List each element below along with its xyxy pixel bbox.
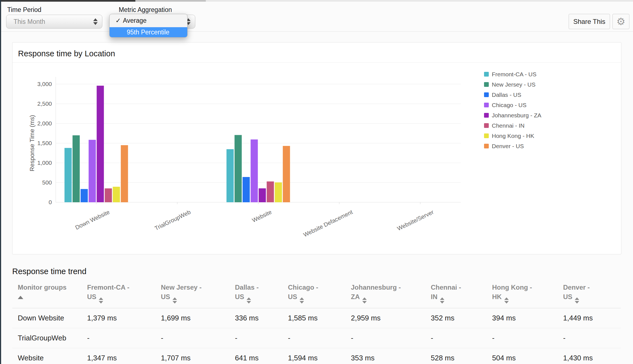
legend-label: Chicago - US bbox=[492, 102, 526, 108]
response-time-cell: 1,594 ms bbox=[288, 348, 351, 364]
legend-label: Fremont-CA - US bbox=[492, 71, 536, 78]
bar bbox=[283, 146, 290, 202]
x-category-label: TrialGroupWeb bbox=[154, 209, 192, 232]
chart-title: Response time by Location bbox=[18, 49, 115, 58]
checkmark-icon: ✓ bbox=[113, 17, 123, 24]
sort-toggle-icon bbox=[173, 297, 177, 304]
sort-toggle-icon bbox=[99, 297, 103, 304]
response-time-cell: 1,707 ms bbox=[161, 348, 235, 364]
response-time-cell: 353 ms bbox=[351, 348, 431, 364]
bar bbox=[97, 86, 104, 202]
metric-aggregation-dropdown-menu: ✓ Average 95th Percentile bbox=[109, 14, 188, 37]
legend-item[interactable]: Fremont-CA - US bbox=[484, 69, 601, 79]
window-left-edge bbox=[0, 0, 1, 364]
legend-item[interactable]: Hong Kong - HK bbox=[484, 131, 601, 141]
metric-aggregation-label: Metric Aggregation bbox=[119, 6, 172, 14]
legend-swatch-icon bbox=[484, 113, 489, 118]
response-time-by-location-card: Response time by Location 05001,0001,500… bbox=[12, 42, 621, 254]
column-header-denver-us[interactable]: Denver -US bbox=[563, 281, 621, 308]
legend-swatch-icon bbox=[484, 92, 489, 97]
bar bbox=[267, 181, 274, 202]
legend-label: Hong Kong - HK bbox=[492, 133, 534, 139]
legend-item[interactable]: Johannesburg - ZA bbox=[484, 110, 601, 120]
column-header-label: HK bbox=[492, 293, 502, 300]
y-tick-label: 0 bbox=[49, 199, 52, 205]
sort-toggle-icon bbox=[362, 297, 367, 304]
legend-swatch-icon bbox=[484, 133, 489, 138]
legend-label: New Jersey - US bbox=[492, 81, 536, 88]
legend-item[interactable]: Denver - US bbox=[484, 141, 601, 151]
response-time-cell: 1,585 ms bbox=[288, 308, 351, 328]
legend-item[interactable]: Chicago - US bbox=[484, 100, 601, 110]
dropdown-option-average[interactable]: ✓ Average bbox=[110, 14, 187, 27]
response-time-cell: - bbox=[235, 328, 288, 348]
bar bbox=[113, 187, 120, 202]
bar bbox=[89, 140, 96, 202]
legend-item[interactable]: Dallas - US bbox=[484, 90, 601, 100]
y-tick-label: 2,500 bbox=[37, 100, 52, 107]
bar bbox=[73, 135, 80, 202]
bar bbox=[81, 189, 88, 202]
dropdown-option-95th-percentile[interactable]: 95th Percentile bbox=[110, 27, 187, 37]
response-time-cell: 1,430 ms bbox=[563, 348, 621, 364]
card-title-divider bbox=[12, 62, 621, 63]
legend-item[interactable]: Chennai - IN bbox=[484, 120, 601, 131]
response-time-cell: - bbox=[288, 328, 351, 348]
response-time-cell: 1,347 ms bbox=[87, 348, 161, 364]
y-tick-label: 2,000 bbox=[37, 120, 52, 127]
monitor-group-name: Down Website bbox=[12, 308, 87, 328]
response-time-cell: 528 ms bbox=[431, 348, 492, 364]
column-header-label: Monitor groups bbox=[18, 283, 87, 292]
toolbar: Time Period This Month Metric Aggregatio… bbox=[1, 2, 633, 32]
column-header-hong-kong-hk[interactable]: Hong Kong -HK bbox=[492, 281, 563, 308]
column-header-label: Johannesburg - bbox=[351, 283, 431, 292]
column-header-chicago-us[interactable]: Chicago -US bbox=[288, 281, 351, 308]
table-row: TrialGroupWeb-------- bbox=[12, 328, 621, 348]
bar bbox=[227, 149, 234, 202]
response-time-trend-section: Response time trend Monitor groupsFremon… bbox=[12, 267, 621, 364]
response-time-cell: 504 ms bbox=[492, 348, 563, 364]
column-header-dallas-us[interactable]: Dallas -US bbox=[235, 281, 288, 308]
sort-toggle-icon bbox=[247, 297, 251, 304]
legend-item[interactable]: New Jersey - US bbox=[484, 79, 601, 90]
time-period-select[interactable]: This Month bbox=[6, 15, 102, 29]
sort-toggle-icon bbox=[440, 297, 444, 304]
response-time-trend-table: Monitor groupsFremont-CA -USNew Jersey -… bbox=[12, 281, 621, 364]
y-axis-title: Response Time (ms) bbox=[29, 115, 36, 171]
sort-toggle-icon bbox=[575, 297, 579, 304]
column-header-fremont-ca-us[interactable]: Fremont-CA -US bbox=[87, 281, 161, 308]
bar bbox=[65, 148, 72, 202]
settings-button[interactable]: ⚙ bbox=[612, 14, 629, 29]
column-header-new-jersey-us[interactable]: New Jersey -US bbox=[161, 281, 235, 308]
response-time-cell: - bbox=[351, 328, 431, 348]
select-stepper-icon bbox=[93, 18, 98, 25]
column-header-label: IN bbox=[431, 293, 437, 300]
column-header-monitor-groups[interactable]: Monitor groups bbox=[12, 281, 87, 308]
response-time-cell: - bbox=[492, 328, 563, 348]
legend-swatch-icon bbox=[484, 103, 489, 107]
chart-legend: Fremont-CA - USNew Jersey - USDallas - U… bbox=[484, 69, 601, 151]
monitor-group-name: Website bbox=[12, 348, 87, 364]
table-title: Response time trend bbox=[12, 267, 621, 276]
column-header-label: US bbox=[161, 293, 170, 300]
share-this-button[interactable]: Share This bbox=[569, 14, 610, 29]
column-header-label: Chicago - bbox=[288, 283, 351, 292]
column-header-label: US bbox=[87, 293, 96, 300]
column-header-johannesburg-za[interactable]: Johannesburg -ZA bbox=[351, 281, 431, 308]
response-time-cell: - bbox=[431, 328, 492, 348]
legend-swatch-icon bbox=[484, 144, 489, 148]
bar-chart-svg: 05001,0001,5002,0002,5003,000Response Ti… bbox=[12, 67, 484, 250]
legend-swatch-icon bbox=[484, 82, 489, 87]
column-header-label: New Jersey - bbox=[161, 283, 235, 292]
time-period-label: Time Period bbox=[7, 6, 41, 14]
column-header-chennai-in[interactable]: Chennai -IN bbox=[431, 281, 492, 308]
legend-swatch-icon bbox=[484, 123, 489, 128]
response-time-cell: - bbox=[161, 328, 235, 348]
column-header-label: Fremont-CA - bbox=[87, 283, 161, 292]
y-tick-label: 1,000 bbox=[37, 160, 52, 166]
x-category-label: Website/Server bbox=[396, 209, 435, 232]
response-time-cell: - bbox=[563, 328, 621, 348]
legend-label: Denver - US bbox=[492, 143, 524, 150]
bar bbox=[243, 177, 250, 202]
y-tick-label: 1,500 bbox=[37, 140, 52, 146]
